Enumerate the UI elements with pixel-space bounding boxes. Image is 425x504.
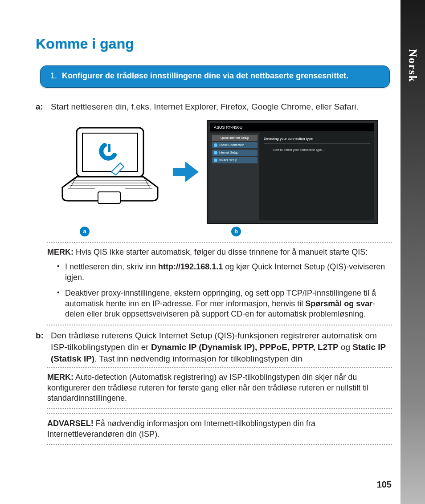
router-sidebar-item: Router Setup <box>212 157 257 163</box>
callout-text: Konfigurer de trådløse innstillingene di… <box>62 71 348 80</box>
note-2: MERK: Auto-detection (Automatisk registr… <box>47 372 392 403</box>
arrow-icon <box>173 162 200 182</box>
figure-badge-row: a b <box>36 227 392 236</box>
note-bullets: I nettleseren din, skriv inn http://192.… <box>56 262 392 319</box>
router-brand: ASUS RT-N56U <box>210 123 374 131</box>
page-number: 105 <box>377 480 392 490</box>
divider <box>47 325 392 325</box>
router-url: http://192.168.1.1 <box>158 262 223 271</box>
router-sidebar: Quick Internet Setup Check Connection In… <box>210 133 259 220</box>
step-b-label: b: <box>36 330 46 364</box>
router-sidebar-header: Quick Internet Setup <box>212 135 257 141</box>
figure-badge-a: a <box>80 227 90 236</box>
page-title: Komme i gang <box>36 36 392 52</box>
divider <box>47 413 392 414</box>
language-label: Norsk <box>406 49 419 82</box>
callout-number: 1. <box>50 70 57 81</box>
step-b-row: b: Den trådløse ruterens Quick Internet … <box>36 330 392 364</box>
divider <box>47 367 392 368</box>
router-sidebar-item: Internet Setup <box>212 150 257 156</box>
divider <box>47 444 392 445</box>
note-text: Auto-detection (Automatisk registrering)… <box>47 373 368 402</box>
divider <box>47 242 392 243</box>
step-b-text: Den trådløse ruterens Quick Internet Set… <box>51 330 392 364</box>
step-a-row: a: Start nettleseren din, f.eks. Interne… <box>36 101 392 113</box>
svg-rect-1 <box>82 133 138 171</box>
svg-rect-2 <box>108 144 110 152</box>
step-a-text: Start nettleseren din, f.eks. Internet E… <box>51 101 392 113</box>
router-main-panel: Detecting your connection type Start to … <box>259 133 374 155</box>
note-label: MERK: <box>47 373 74 382</box>
bullet-item: I nettleseren din, skriv inn http://192.… <box>56 262 392 283</box>
svg-rect-5 <box>98 192 120 203</box>
figure-row: ASUS RT-N56U Quick Internet Setup Check … <box>53 121 392 223</box>
warning-label: ADVARSEL! <box>47 419 94 428</box>
step-a-label: a: <box>36 101 46 113</box>
step-1-callout: 1. Konfigurer de trådløse innstillingene… <box>40 65 390 88</box>
router-main-header: Detecting your connection type <box>264 137 370 144</box>
bullet-item: Deaktiver proxy-innstillingene, ekstern … <box>56 288 392 319</box>
page-content: Komme i gang 1. Konfigurer de trådløse i… <box>0 0 392 449</box>
router-sidebar-item: Check Connection <box>212 142 257 148</box>
divider <box>47 408 392 409</box>
note-text: Hvis QIS ikke starter automatisk, følger… <box>76 248 368 256</box>
warning-block: ADVARSEL! Få nødvendig informasjon om In… <box>47 419 392 439</box>
laptop-illustration <box>53 125 165 219</box>
note-label: MERK: <box>47 248 74 256</box>
router-setup-screenshot: ASUS RT-N56U Quick Internet Setup Check … <box>208 121 377 223</box>
figure-badge-b: b <box>231 227 241 236</box>
note-1: MERK: Hvis QIS ikke starter automatisk, … <box>47 247 392 319</box>
router-detect-text: Start to detect your connection type... <box>264 148 370 151</box>
